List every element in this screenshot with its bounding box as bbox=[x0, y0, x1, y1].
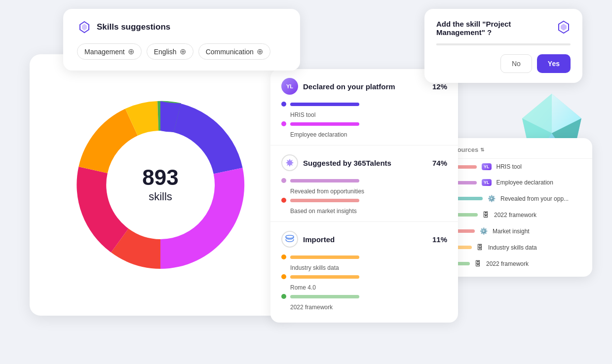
tag-management[interactable]: Management ⊕ bbox=[77, 43, 142, 60]
declared-section-header: YL Declared on your platform 12% bbox=[281, 78, 447, 95]
declared-section-percent: 12% bbox=[432, 82, 447, 91]
sources-header: Sources ⇅ bbox=[444, 146, 592, 159]
imported-section-title: Imported bbox=[303, 235, 335, 244]
suggested-section-percent: 74% bbox=[432, 159, 447, 167]
modal-title: Add the skill "Project Management" ? bbox=[436, 20, 552, 36]
sources-row-framework2: 🗄 2022 framework bbox=[444, 255, 592, 272]
skills-suggestions-card: Skills suggestions Management ⊕ English … bbox=[63, 9, 300, 71]
modal-progress-fill bbox=[436, 43, 510, 45]
sources-row-industry: 🗄 Industry skills data bbox=[444, 239, 592, 255]
sources-sort-icon: ⇅ bbox=[480, 147, 484, 152]
revealed-opp-bar bbox=[290, 179, 359, 182]
sources-label-framework2: 2022 framework bbox=[486, 260, 583, 267]
svg-point-3 bbox=[286, 235, 294, 238]
employee-declaration-bar-row: Employee declaration bbox=[281, 121, 447, 138]
db-icon-industry: 🗄 bbox=[477, 244, 483, 251]
hris-bar bbox=[290, 103, 359, 106]
sources-row-framework: 🗄 2022 framework bbox=[444, 207, 592, 223]
gear-icon-revealed: ⚙️ bbox=[488, 195, 496, 202]
sources-row-hris: YL HRIS tool bbox=[444, 159, 592, 175]
hris-label: HRIS tool bbox=[290, 111, 447, 118]
tag-english-plus: ⊕ bbox=[180, 47, 186, 56]
donut-card: 893 skills bbox=[30, 54, 291, 316]
industry-skills-bar-row: Industry skills data bbox=[281, 255, 447, 271]
framework2022-bar bbox=[290, 295, 359, 298]
revealed-opp-label: Revealed from opportunities bbox=[290, 188, 447, 195]
svg-marker-7 bbox=[552, 94, 581, 133]
revealed-opp-dot bbox=[281, 178, 286, 183]
no-button[interactable]: No bbox=[500, 54, 532, 73]
tag-communication-label: Communication bbox=[206, 48, 254, 56]
skills-suggestions-title: Skills suggestions bbox=[97, 22, 170, 32]
gear-icon-market: ⚙️ bbox=[480, 227, 488, 235]
middle-panel: YL Declared on your platform 12% HRIS to… bbox=[270, 69, 458, 323]
imported-section-percent: 11% bbox=[432, 235, 447, 244]
gem-icon bbox=[77, 20, 92, 35]
gear-badge-suggested bbox=[281, 154, 298, 171]
revealed-opp-bar-row: Revealed from opportunities bbox=[281, 178, 447, 195]
rome-bar bbox=[290, 275, 359, 279]
sources-label-employee: Employee declaration bbox=[497, 179, 583, 186]
sources-label-industry: Industry skills data bbox=[488, 244, 583, 251]
tag-communication[interactable]: Communication ⊕ bbox=[198, 43, 270, 60]
svg-marker-2 bbox=[286, 159, 294, 167]
tag-management-label: Management bbox=[84, 48, 125, 56]
market-insights-bar bbox=[290, 199, 359, 202]
tag-english-label: English bbox=[154, 48, 177, 56]
hris-bar-row: HRIS tool bbox=[281, 102, 447, 118]
market-insights-dot bbox=[281, 198, 286, 203]
skills-suggestions-header: Skills suggestions bbox=[77, 20, 286, 35]
tag-communication-plus: ⊕ bbox=[257, 47, 263, 56]
market-insights-bar-row: Based on market insights bbox=[281, 198, 447, 215]
imported-section: Imported 11% Industry skills data Rome 4… bbox=[270, 222, 458, 318]
donut-chart-svg bbox=[67, 91, 254, 279]
suggested-section-title: Suggested by 365Talents bbox=[303, 159, 391, 167]
sources-label-framework: 2022 framework bbox=[494, 212, 583, 218]
db-icon-framework2: 🗄 bbox=[475, 260, 481, 267]
tag-management-plus: ⊕ bbox=[128, 47, 134, 56]
sources-row-revealed: ⚙️ Revealed from your opp... bbox=[444, 190, 592, 207]
framework2022-bar-row: 2022 framework bbox=[281, 294, 447, 311]
modal-buttons: No Yes bbox=[436, 54, 571, 73]
suggested-section-header: Suggested by 365Talents 74% bbox=[281, 154, 447, 171]
yes-button[interactable]: Yes bbox=[537, 54, 571, 73]
employee-declaration-dot bbox=[281, 121, 286, 126]
declared-section-title: Declared on your platform bbox=[303, 82, 395, 91]
industry-skills-label: Industry skills data bbox=[290, 264, 447, 271]
sources-label-market: Market insight bbox=[493, 228, 583, 235]
framework2022-dot bbox=[281, 294, 286, 299]
hris-dot bbox=[281, 102, 286, 107]
sources-row-employee: YL Employee declaration bbox=[444, 175, 592, 190]
yl-tag-employee: YL bbox=[482, 179, 492, 186]
modal-progress bbox=[436, 43, 571, 45]
employee-declaration-label: Employee declaration bbox=[290, 131, 447, 138]
rome-dot bbox=[281, 274, 286, 279]
modal-header: Add the skill "Project Management" ? bbox=[436, 20, 571, 36]
sources-label-hris: HRIS tool bbox=[497, 163, 583, 170]
sources-label-revealed: Revealed from your opp... bbox=[500, 195, 583, 202]
industry-skills-dot bbox=[281, 255, 286, 259]
rome-label: Rome 4.0 bbox=[290, 284, 447, 291]
db-badge-imported bbox=[281, 231, 298, 248]
suggested-section: Suggested by 365Talents 74% Revealed fro… bbox=[270, 146, 458, 222]
sources-row-market: ⚙️ Market insight bbox=[444, 223, 592, 239]
svg-marker-5 bbox=[561, 24, 567, 31]
imported-section-header: Imported 11% bbox=[281, 231, 447, 248]
industry-skills-bar bbox=[290, 255, 359, 259]
add-skill-modal: Add the skill "Project Management" ? No … bbox=[424, 9, 582, 83]
employee-declaration-bar bbox=[290, 122, 359, 126]
yl-tag-hris: YL bbox=[482, 163, 492, 170]
yl-badge-declared: YL bbox=[281, 78, 298, 95]
suggestions-tags: Management ⊕ English ⊕ Communication ⊕ bbox=[77, 43, 286, 60]
svg-marker-1 bbox=[82, 24, 87, 31]
rome-bar-row: Rome 4.0 bbox=[281, 274, 447, 291]
framework2022-label: 2022 framework bbox=[290, 304, 447, 311]
db-icon-framework: 🗄 bbox=[483, 211, 489, 218]
tag-english[interactable]: English ⊕ bbox=[147, 43, 193, 60]
donut-wrapper: 893 skills bbox=[67, 91, 254, 279]
market-insights-label: Based on market insights bbox=[290, 208, 447, 215]
svg-marker-8 bbox=[522, 94, 552, 133]
modal-gem-icon bbox=[557, 20, 571, 36]
sources-panel: Sources ⇅ YL HRIS tool YL Employee decla… bbox=[444, 138, 592, 277]
